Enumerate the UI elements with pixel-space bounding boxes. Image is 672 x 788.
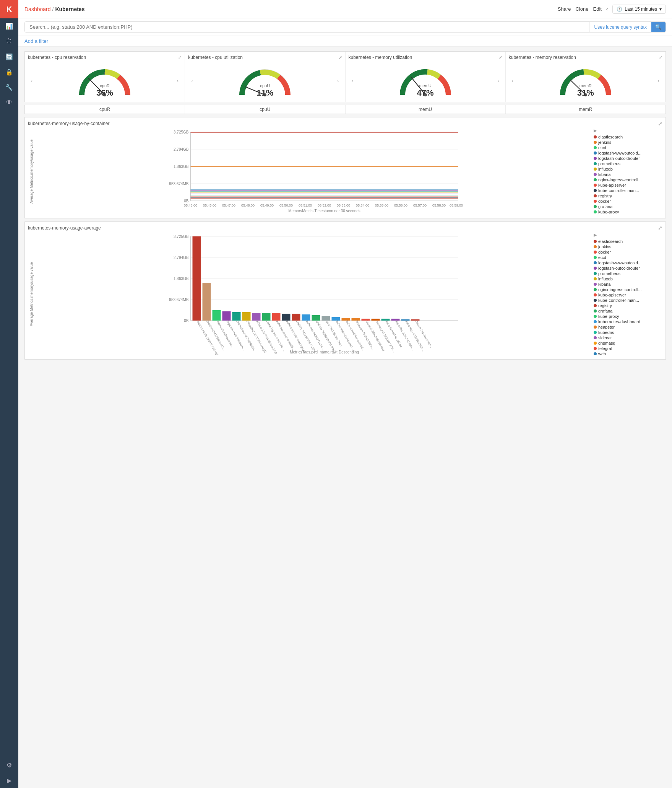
gauge-metric-1: cpuU: [256, 83, 273, 88]
filter-bar: Add a filter +: [18, 36, 672, 47]
add-filter-button[interactable]: Add a filter +: [24, 38, 52, 44]
bar-legend-kubedns: kubedns: [594, 330, 662, 335]
svg-rect-77: [342, 318, 350, 321]
app-logo[interactable]: K: [0, 0, 18, 18]
gauge-value-3: 31%: [577, 88, 594, 98]
sidebar-item-settings[interactable]: ⚙: [0, 757, 18, 773]
svg-text:05:51:00: 05:51:00: [299, 204, 312, 207]
sidebar-item-discover[interactable]: ⏱: [0, 34, 18, 49]
svg-text:2.794GB: 2.794GB: [174, 147, 189, 151]
svg-text:1.863GB: 1.863GB: [174, 164, 189, 169]
svg-rect-68: [252, 313, 261, 321]
share-button[interactable]: Share: [558, 6, 571, 12]
gauge-title-1: kubernetes - cpu utilization: [188, 55, 243, 60]
sidebar-item-tools[interactable]: 🔧: [0, 80, 18, 95]
sidebar-item-monitoring[interactable]: 👁: [0, 95, 18, 110]
expand-icon-2[interactable]: ⤢: [499, 55, 502, 60]
bar-legend-grafana: grafana: [594, 309, 662, 313]
time-range-picker[interactable]: 🕐 Last 15 minutes ▾: [612, 5, 666, 14]
gauge-prev-0[interactable]: ‹: [28, 77, 36, 85]
main-content: Dashboard / Kubernetes Share Clone Edit …: [18, 0, 672, 788]
legend-item-elasticsearch: elasticsearch: [594, 135, 662, 139]
svg-text:kubernetes-dashboard-...: kubernetes-dashboard-...: [335, 320, 355, 352]
breadcrumb-current: Kubernetes: [55, 6, 84, 12]
sidebar: K 📊 ⏱ 🔄 🔒 🔧 👁 ⚙ ▶: [0, 0, 18, 788]
gauge-title-3: kubernetes - memory reservation: [509, 55, 576, 60]
line-chart-header: kubernetes-memory-usage-by-container ⤢: [28, 120, 662, 127]
metric-label-1: cpuU: [185, 105, 345, 114]
bar-legend-expand-btn[interactable]: ▶: [594, 233, 662, 238]
bar-legend-elasticsearch: elasticsearch: [594, 239, 662, 244]
search-input[interactable]: [25, 22, 589, 32]
bar-chart-y-axis-title: Average Metrics.memory/usage value: [28, 233, 35, 356]
svg-rect-69: [262, 313, 271, 321]
legend-expand-btn[interactable]: ▶: [594, 128, 662, 133]
bar-legend-prometheus: prometheus: [594, 271, 662, 276]
line-chart-panel: kubernetes-memory-usage-by-container ⤢ A…: [24, 117, 666, 218]
content-area: kubernetes - cpu reservation ⤢ ‹: [18, 47, 672, 367]
clone-button[interactable]: Clone: [576, 6, 589, 12]
svg-text:0B: 0B: [184, 199, 189, 203]
sidebar-item-visualize[interactable]: 🔄: [0, 49, 18, 64]
svg-text:05:55:00: 05:55:00: [375, 204, 388, 207]
svg-rect-62: [193, 236, 201, 321]
gauge-metric-3: memR: [577, 83, 594, 88]
svg-text:05:52:00: 05:52:00: [318, 204, 331, 207]
metric-label-3: memR: [506, 105, 666, 114]
gauge-next-2[interactable]: ›: [494, 77, 502, 85]
svg-rect-73: [302, 314, 310, 321]
bar-legend-k8s-dashboard: kubernetes-dashboard: [594, 319, 662, 324]
legend-item-prometheus: prometheus: [594, 161, 662, 166]
svg-text:MemoryMetricsTimestamp per 30 : MemoryMetricsTimestamp per 30 seconds: [288, 209, 360, 212]
line-chart-body: Average Metrics.memory/usage value 3.725…: [28, 128, 662, 215]
gauge-nav-0: ‹: [28, 62, 182, 99]
line-chart-expand[interactable]: ⤢: [658, 120, 662, 127]
gauges-row: kubernetes - cpu reservation ⤢ ‹: [24, 51, 666, 102]
sidebar-item-play[interactable]: ▶: [0, 773, 18, 788]
svg-text:registry-3411673384-57j89: registry-3411673384-57j89: [295, 320, 317, 354]
breadcrumb-parent[interactable]: Dashboard: [24, 6, 51, 12]
svg-rect-72: [292, 314, 300, 321]
gauge-next-0[interactable]: ›: [174, 77, 182, 85]
header: Dashboard / Kubernetes Share Clone Edit …: [18, 0, 672, 18]
svg-rect-67: [242, 312, 251, 321]
gauge-next-3[interactable]: ›: [654, 77, 662, 85]
svg-text:05:45:00: 05:45:00: [184, 204, 197, 207]
gauge-panel-2: kubernetes - memory utilization ⤢ ‹: [346, 52, 506, 102]
edit-button[interactable]: Edit: [593, 6, 602, 12]
svg-text:05:59:00: 05:59:00: [450, 204, 463, 207]
search-button[interactable]: 🔍: [651, 22, 666, 32]
gauge-value-0: 36%: [96, 88, 113, 98]
bar-legend-heapster: heapster: [594, 325, 662, 329]
svg-rect-75: [322, 316, 330, 321]
svg-text:logstash-outcoldrouter-...: logstash-outcoldrouter-...: [226, 320, 246, 351]
expand-icon-0[interactable]: ⤢: [178, 55, 182, 60]
svg-text:grafana-3835659203-93pi: grafana-3835659203-93pi: [315, 320, 336, 352]
svg-text:kube-controller-manager-...: kube-controller-manager-...: [286, 320, 307, 354]
gauge-prev-3[interactable]: ‹: [509, 77, 517, 85]
bar-chart-expand[interactable]: ⤢: [658, 225, 662, 231]
svg-text:chronograf-2320077975-...: chronograf-2320077975-...: [375, 320, 396, 353]
gauge-prev-1[interactable]: ‹: [188, 77, 196, 85]
bar-legend-docker: docker: [594, 250, 662, 254]
legend-item-nginx: nginx-ingress-controll...: [594, 177, 662, 182]
bar-chart-panel: kubernetes-memory-usage-average ⤢ Averag…: [24, 221, 666, 360]
bar-chart-title: kubernetes-memory-usage-average: [28, 225, 101, 231]
expand-icon-1[interactable]: ⤢: [339, 55, 342, 60]
svg-rect-70: [272, 313, 281, 321]
svg-text:05:54:00: 05:54:00: [356, 204, 369, 207]
clock-icon: 🕐: [617, 7, 622, 12]
gauge-prev-2[interactable]: ‹: [349, 77, 357, 85]
svg-text:05:53:00: 05:53:00: [337, 204, 350, 207]
search-bar: Uses lucene query syntax 🔍: [18, 18, 672, 36]
expand-icon-3[interactable]: ⤢: [659, 55, 662, 60]
sidebar-item-security[interactable]: 🔒: [0, 64, 18, 80]
legend-item-influxdb: influxdb: [594, 167, 662, 171]
prev-button[interactable]: ‹: [606, 6, 608, 12]
svg-rect-66: [232, 312, 241, 321]
gauge-next-1[interactable]: ›: [334, 77, 342, 85]
svg-rect-79: [362, 319, 370, 321]
sidebar-item-dashboard[interactable]: 📊: [0, 18, 18, 34]
svg-text:kube-lego-4036623858-...: kube-lego-4036623858-...: [405, 320, 425, 352]
bar-legend-dnsmasq: dnsmasq: [594, 341, 662, 345]
